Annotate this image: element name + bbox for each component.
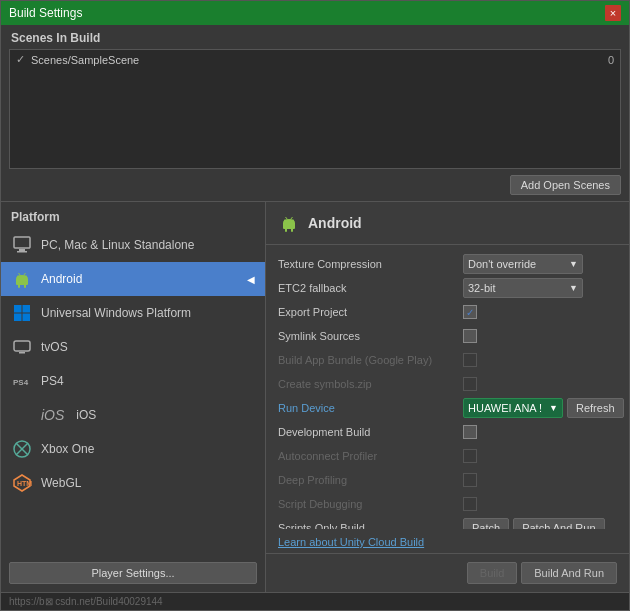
deep-profiling-checkbox[interactable] — [463, 473, 477, 487]
cloud-link-row: Learn about Unity Cloud Build — [266, 529, 629, 553]
autoconnect-profiler-value — [463, 449, 617, 463]
build-app-bundle-label: Build App Bundle (Google Play) — [278, 354, 463, 366]
android-title: Android — [308, 215, 362, 231]
svg-rect-12 — [19, 352, 25, 354]
dropdown-arrow: ▼ — [569, 259, 578, 269]
symlink-sources-label: Symlink Sources — [278, 330, 463, 342]
active-indicator: ◀ — [247, 274, 255, 285]
symlink-sources-row: Symlink Sources — [278, 325, 617, 347]
device-dropdown-arrow: ▼ — [549, 403, 558, 413]
settings-table: Texture Compression Don't override ▼ ETC… — [266, 245, 629, 529]
create-symbols-label: Create symbols.zip — [278, 378, 463, 390]
development-build-checkbox[interactable] — [463, 425, 477, 439]
scenes-footer: Add Open Scenes — [1, 169, 629, 201]
svg-line-22 — [291, 217, 293, 220]
webgl-icon: HTML — [11, 472, 33, 494]
export-project-label: Export Project — [278, 306, 463, 318]
etc2-fallback-value: 32-bit ▼ — [463, 278, 617, 298]
export-project-checkbox[interactable]: ✓ — [463, 305, 477, 319]
main-content: Platform PC, Mac & Linux Standalone — [1, 202, 629, 592]
run-device-label[interactable]: Run Device — [278, 402, 463, 414]
window-title: Build Settings — [9, 6, 82, 20]
build-app-bundle-checkbox[interactable] — [463, 353, 477, 367]
scripts-only-build-value: Patch Patch And Run — [463, 518, 617, 529]
svg-rect-8 — [23, 305, 31, 313]
platform-item-android[interactable]: Android ◀ — [1, 262, 265, 296]
development-build-value — [463, 425, 617, 439]
close-button[interactable]: × — [605, 5, 621, 21]
platform-label-uwp: Universal Windows Platform — [41, 306, 191, 320]
etc2-fallback-label: ETC2 fallback — [278, 282, 463, 294]
run-device-dropdown[interactable]: HUAWEI ANA ! ▼ — [463, 398, 563, 418]
platform-label-webgl: WebGL — [41, 476, 81, 490]
build-app-bundle-row: Build App Bundle (Google Play) — [278, 349, 617, 371]
platform-item-ps4[interactable]: PS4 PS4 — [1, 364, 265, 398]
platform-list: PC, Mac & Linux Standalone Android — [1, 228, 265, 554]
title-bar: Build Settings × — [1, 1, 629, 25]
platform-label-ios: iOS — [76, 408, 96, 422]
unity-cloud-link[interactable]: Learn about Unity Cloud Build — [278, 536, 424, 548]
deep-profiling-row: Deep Profiling — [278, 469, 617, 491]
player-settings-button[interactable]: Player Settings... — [9, 562, 257, 584]
scripts-only-build-label: Scripts Only Build — [278, 522, 463, 529]
add-open-scenes-button[interactable]: Add Open Scenes — [510, 175, 621, 195]
svg-line-5 — [19, 273, 21, 276]
footer-url: https://b⊠ csdn.net/Build40029144 — [1, 592, 629, 610]
deep-profiling-label: Deep Profiling — [278, 474, 463, 486]
patch-button[interactable]: Patch — [463, 518, 509, 529]
scenes-section: Scenes In Build ✓ Scenes/SampleScene 0 A… — [1, 25, 629, 202]
xbox-icon — [11, 438, 33, 460]
patch-and-run-button[interactable]: Patch And Run — [513, 518, 604, 529]
development-build-row: Development Build — [278, 421, 617, 443]
export-project-value: ✓ — [463, 305, 617, 319]
platform-item-ios[interactable]: iOS iOS — [1, 398, 265, 432]
windows-icon — [11, 302, 33, 324]
autoconnect-profiler-label: Autoconnect Profiler — [278, 450, 463, 462]
right-panel: Android Texture Compression Don't overri… — [266, 202, 629, 592]
run-device-value: HUAWEI ANA ! ▼ Refresh — [463, 398, 624, 418]
tvos-icon — [11, 336, 33, 358]
platform-item-webgl[interactable]: HTML WebGL — [1, 466, 265, 500]
script-debugging-checkbox[interactable] — [463, 497, 477, 511]
deep-profiling-value — [463, 473, 617, 487]
platform-item-xbox[interactable]: Xbox One — [1, 432, 265, 466]
platform-item-standalone[interactable]: PC, Mac & Linux Standalone — [1, 228, 265, 262]
android-icon — [11, 268, 33, 290]
platform-header: Platform — [1, 202, 265, 228]
platform-label-standalone: PC, Mac & Linux Standalone — [41, 238, 194, 252]
autoconnect-profiler-row: Autoconnect Profiler — [278, 445, 617, 467]
symlink-sources-value — [463, 329, 617, 343]
scene-item: ✓ Scenes/SampleScene 0 — [10, 50, 620, 69]
svg-rect-11 — [14, 341, 30, 351]
symlink-sources-checkbox[interactable] — [463, 329, 477, 343]
create-symbols-checkbox[interactable] — [463, 377, 477, 391]
autoconnect-profiler-checkbox[interactable] — [463, 449, 477, 463]
texture-compression-value: Don't override ▼ — [463, 254, 617, 274]
refresh-button[interactable]: Refresh — [567, 398, 624, 418]
script-debugging-label: Script Debugging — [278, 498, 463, 510]
bottom-buttons: Build Build And Run — [266, 553, 629, 592]
build-button[interactable]: Build — [467, 562, 517, 584]
android-header: Android — [266, 202, 629, 245]
platform-item-uwp[interactable]: Universal Windows Platform — [1, 296, 265, 330]
svg-line-6 — [24, 273, 26, 276]
ps4-icon: PS4 — [11, 370, 33, 392]
etc2-fallback-dropdown[interactable]: 32-bit ▼ — [463, 278, 583, 298]
platform-label-tvos: tvOS — [41, 340, 68, 354]
ios-text-icon: iOS — [41, 407, 64, 423]
scene-check: ✓ — [16, 53, 25, 66]
svg-rect-2 — [17, 251, 27, 253]
texture-compression-dropdown[interactable]: Don't override ▼ — [463, 254, 583, 274]
platform-label-ps4: PS4 — [41, 374, 64, 388]
etc2-fallback-row: ETC2 fallback 32-bit ▼ — [278, 277, 617, 299]
create-symbols-value — [463, 377, 617, 391]
build-and-run-button[interactable]: Build And Run — [521, 562, 617, 584]
run-device-row: Run Device HUAWEI ANA ! ▼ Refresh — [278, 397, 617, 419]
script-debugging-row: Script Debugging — [278, 493, 617, 515]
create-symbols-row: Create symbols.zip — [278, 373, 617, 395]
platform-label-android: Android — [41, 272, 82, 286]
left-panel: Platform PC, Mac & Linux Standalone — [1, 202, 266, 592]
texture-compression-label: Texture Compression — [278, 258, 463, 270]
ios-icon — [11, 404, 33, 426]
platform-item-tvos[interactable]: tvOS — [1, 330, 265, 364]
